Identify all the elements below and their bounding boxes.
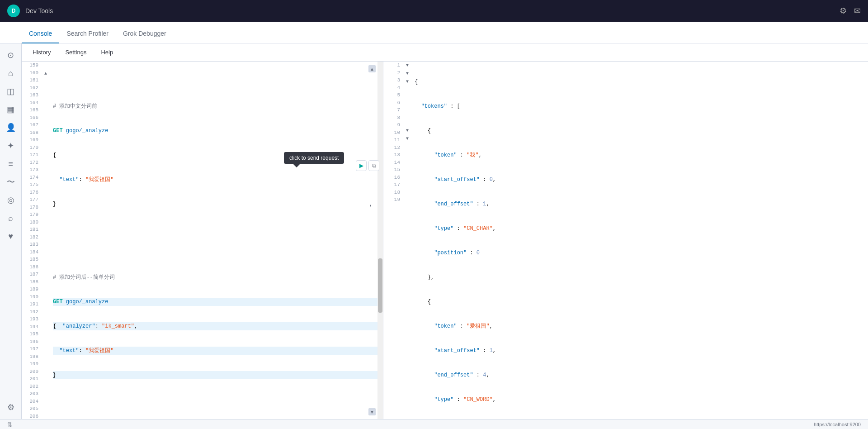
copy-button[interactable]: ⧉ [368,160,379,171]
code-line-164: } [53,200,379,208]
tabbar: Console Search Profiler Grok Debugger [0,22,868,43]
line-numbers-right: 1 2 3 4 5 6 7 8 9 10 11 12 13 [383,62,404,419]
statusbar: ⇅ https://localhost:9200 [0,419,868,429]
search-icon[interactable]: ⌕ [3,210,19,226]
line-numbers-left: 159 160 161 162 163 164 165 166 167 168 … [22,62,42,419]
main-layout: ⊙ ⌂ ◫ ▦ 👤 ✦ ≡ 〜 ◎ ⌕ ♥ ⚙ History Settings… [0,43,868,419]
code-line-169: { "analyzer": "ik_smart", [53,322,379,330]
run-button[interactable]: ▶ [356,160,367,171]
home-icon[interactable]: ⌂ [3,65,19,81]
right-code-editor[interactable]: 1 2 3 4 5 6 7 8 9 10 11 12 13 [383,62,868,419]
code-line-165 [53,224,379,233]
code-line-160: # 添加中文分词前 [53,102,379,110]
scroll-up-button[interactable]: ▲ [368,65,376,72]
activity-icon[interactable]: 〜 [3,174,19,190]
rline-13: "end_offset" : 4, [415,371,864,379]
dots-menu[interactable]: ··· [367,204,375,205]
rline-4: "token" : "我", [415,151,864,159]
mail-icon[interactable]: ✉ [854,6,861,16]
code-line-172 [53,396,379,404]
settings-icon[interactable]: ⚙ [840,6,847,16]
rline-1: { [415,78,864,86]
rline-12: "start_offset" : 1, [415,347,864,355]
collapse-gutter-right: ▼ ▼ ▼ . . . . . ▼ ▼ [404,62,411,419]
tab-grok-debugger[interactable]: Grok Debugger [116,24,174,43]
app-title: Dev Tools [25,7,53,14]
left-code-editor[interactable]: 159 160 161 162 163 164 165 166 167 168 … [22,62,383,419]
help-button[interactable]: Help [97,47,117,57]
rline-3: { [415,127,864,135]
line-actions: ▶ ⧉ [356,160,379,171]
v-scrollbar-thumb[interactable] [378,258,382,313]
logo-circle: D [7,5,20,17]
tab-search-profiler[interactable]: Search Profiler [59,24,116,43]
tooltip-container: click to send request [284,152,344,167]
status-toggle[interactable]: ⇅ [7,421,13,428]
left-code-content[interactable]: # 添加中文分词前 GET gogo/_analyze { "text": "我… [49,62,383,419]
subtoolbar: History Settings Help [22,43,868,62]
heart-icon[interactable]: ♥ [3,228,19,244]
settings-button[interactable]: Settings [61,47,90,57]
tooltip-arrow [293,164,300,167]
person-icon[interactable]: 👤 [3,119,19,136]
topbar: D Dev Tools ⚙ ✉ [0,0,868,22]
code-line-171: } [53,371,379,379]
scroll-down-button[interactable]: ▼ [368,408,376,415]
v-scrollbar[interactable] [377,62,383,419]
content-area: History Settings Help ▲ 159 160 161 [22,43,868,419]
clock-icon[interactable]: ⊙ [3,47,19,63]
code-line-163: "text": "我爱祖国" [53,176,379,184]
tab-console[interactable]: Console [22,24,59,43]
rline-8: "position" : 0 [415,249,864,257]
code-line-170: "text": "我爱祖国" [53,347,379,355]
editor-area: ▲ 159 160 161 162 163 164 165 166 [22,62,868,419]
broadcast-icon[interactable]: ◎ [3,192,19,208]
collapse-gutter: ▲ ▲ ▲ ▼ [42,62,49,419]
right-code-content: { "tokens" : [ { "token" : "我", "start_o… [411,62,868,419]
sidebar: ⊙ ⌂ ◫ ▦ 👤 ✦ ≡ 〜 ◎ ⌕ ♥ ⚙ [0,43,22,419]
rline-5: "start_offset" : 0, [415,176,864,184]
code-line-166 [53,249,379,257]
settings-icon[interactable]: ⚙ [3,399,19,415]
layers-icon[interactable]: ≡ [3,156,19,172]
code-line-168: GET gogo/_analyze [53,298,379,306]
rline-9: }, [415,273,864,281]
rline-2: "tokens" : [ [415,102,864,110]
right-pane: 1 2 3 4 5 6 7 8 9 10 11 12 13 [383,62,868,419]
graph-icon[interactable]: ◫ [3,83,19,100]
history-button[interactable]: History [29,47,54,57]
rline-14: "type" : "CN_WORD", [415,396,864,404]
rline-6: "end_offset" : 1, [415,200,864,208]
rline-11: "token" : "爱祖国", [415,322,864,330]
url-display: https://localhost:9200 [814,422,861,427]
rline-7: "type" : "CN_CHAR", [415,224,864,233]
dashboard-icon[interactable]: ▦ [3,101,19,118]
code-line-159 [53,78,379,86]
code-line-167: # 添加分词后--简单分词 [53,273,379,281]
tooltip-text: click to send request [284,152,344,164]
left-pane: ▲ 159 160 161 162 163 164 165 166 [22,62,383,419]
rline-10: { [415,298,864,306]
code-line-161: GET gogo/_analyze [53,127,379,135]
star-icon[interactable]: ✦ [3,138,19,154]
